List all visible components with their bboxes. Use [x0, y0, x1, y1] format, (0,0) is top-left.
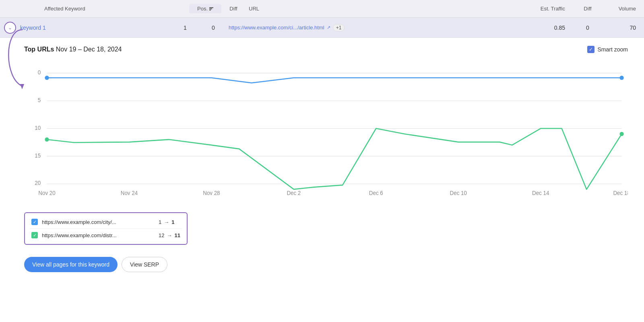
view-serp-button[interactable]: View SERP	[122, 257, 167, 272]
chart-title-bold: Top URLs	[24, 46, 54, 53]
svg-text:Nov 20: Nov 20	[38, 190, 55, 196]
legend-url-2: https://www.example.com/distr...	[42, 232, 155, 238]
svg-text:Dec 6: Dec 6	[369, 190, 383, 196]
col-header-est-traffic: Est. Traffic	[507, 6, 572, 12]
diff-right-cell: 0	[572, 25, 604, 31]
arrow-icon-2: →	[167, 232, 172, 238]
legend-checkbox-1[interactable]: ✓	[31, 219, 38, 225]
svg-text:Dec 18: Dec 18	[613, 190, 628, 196]
col-header-diff: Diff	[221, 6, 246, 12]
svg-text:20: 20	[35, 180, 41, 186]
svg-text:10: 10	[35, 125, 41, 131]
svg-text:Dec 14: Dec 14	[532, 190, 549, 196]
svg-point-22	[619, 132, 623, 136]
smart-zoom-label: Smart zoom	[598, 46, 628, 53]
legend-checkbox-2[interactable]: ✓	[31, 232, 38, 238]
diff-cell: 0	[201, 25, 225, 31]
table-row: ⌄ keyword 1 1 0 https://www.example.com/…	[0, 18, 644, 38]
main-container: Affected Keyword Pos. Diff URL Est. Traf…	[0, 0, 644, 322]
svg-point-20	[619, 76, 623, 80]
est-traffic-cell: 0.85	[507, 25, 572, 31]
view-all-button[interactable]: View all pages for this keyword	[24, 257, 118, 272]
chevron-down-icon: ⌄	[8, 25, 12, 31]
position-cell: 1	[169, 25, 201, 31]
legend-container: ✓ https://www.example.com/city/... 1 → 1…	[24, 212, 188, 245]
chart-title-row: Top URLs Nov 19 – Dec 18, 2024 ✓ Smart z…	[24, 46, 628, 53]
smart-zoom-container: ✓ Smart zoom	[587, 46, 628, 53]
smart-zoom-checkbox[interactable]: ✓	[587, 46, 594, 53]
legend-url-1: https://www.example.com/city/...	[42, 219, 155, 225]
url-cell: https://www.example.com/ci.../article.ht…	[225, 24, 507, 31]
arrow-icon-1: →	[164, 219, 169, 225]
chart-area: 0 5 10 15 20 Nov 20 Nov 24 Nov 28 Dec 2 …	[24, 59, 628, 204]
svg-text:Dec 10: Dec 10	[450, 190, 467, 196]
svg-text:0: 0	[38, 70, 41, 76]
legend-item-2: ✓ https://www.example.com/distr... 12 → …	[30, 228, 182, 242]
external-link-icon[interactable]: ↗	[327, 25, 330, 30]
volume-cell: 70	[604, 25, 644, 31]
expand-button[interactable]: ⌄	[4, 22, 16, 34]
col-header-volume: Volume	[604, 6, 644, 12]
svg-text:5: 5	[38, 97, 41, 103]
url-link[interactable]: https://www.example.com/ci.../article.ht…	[229, 25, 324, 31]
col-header-pos[interactable]: Pos.	[189, 4, 221, 13]
svg-text:15: 15	[35, 152, 41, 158]
legend-pos-2: 12 → 11	[159, 232, 180, 238]
col-header-keyword: Affected Keyword	[20, 6, 189, 12]
col-header-url: URL	[246, 6, 507, 12]
legend-item-1: ✓ https://www.example.com/city/... 1 → 1	[30, 215, 182, 228]
pos-to-2: 11	[174, 232, 180, 238]
svg-text:Dec 2: Dec 2	[287, 190, 301, 196]
buttons-row: View all pages for this keyword View SER…	[24, 257, 628, 272]
keyword-cell[interactable]: keyword 1	[20, 25, 169, 31]
pos-from-2: 12	[159, 232, 164, 238]
chart-title-date: Nov 19 – Dec 18, 2024	[56, 46, 122, 53]
chart-title: Top URLs Nov 19 – Dec 18, 2024	[24, 46, 122, 53]
legend-pos-1: 1 → 1	[159, 219, 174, 225]
chart-svg: 0 5 10 15 20 Nov 20 Nov 24 Nov 28 Dec 2 …	[24, 59, 628, 204]
pos-to-1: 1	[171, 219, 174, 225]
expanded-panel: Top URLs Nov 19 – Dec 18, 2024 ✓ Smart z…	[0, 38, 644, 280]
svg-text:Nov 28: Nov 28	[203, 190, 220, 196]
table-header: Affected Keyword Pos. Diff URL Est. Traf…	[0, 0, 644, 18]
pos-from-1: 1	[159, 219, 161, 225]
col-header-diff-right: Diff	[572, 6, 604, 12]
svg-text:Nov 24: Nov 24	[121, 190, 138, 196]
expand-cell: ⌄	[0, 22, 20, 34]
url-plus-badge: +1	[333, 24, 345, 31]
svg-point-21	[45, 137, 49, 142]
svg-point-19	[45, 76, 49, 80]
sort-icon	[209, 7, 213, 10]
